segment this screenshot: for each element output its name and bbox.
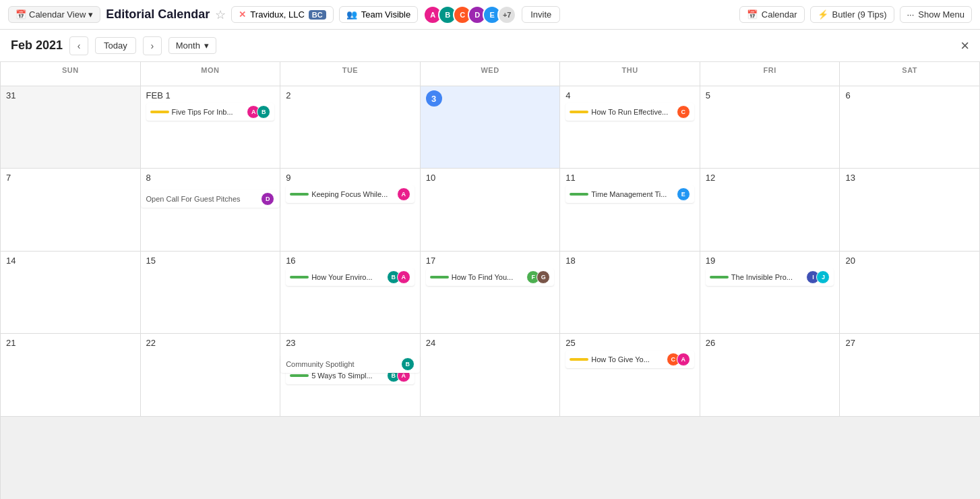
event-card[interactable]: Time Management Ti...E (565, 185, 694, 203)
day-header-fri: FRI (700, 62, 840, 86)
event-title: How To Find You... (452, 273, 524, 281)
day-number: 26 (706, 338, 834, 348)
prev-month-button[interactable]: ‹ (69, 36, 88, 55)
day-cell-22[interactable]: 22 (141, 334, 281, 416)
day-cell-20[interactable]: 20 (840, 252, 980, 334)
day-cell-8[interactable]: 8Open Call For Guest PitchesD (141, 169, 281, 251)
day-cell-14[interactable]: 14 (1, 252, 141, 334)
event-title: The Invisible Pro... (731, 273, 804, 281)
workspace-x-icon: ✕ (239, 9, 246, 20)
month-selector[interactable]: Month ▾ (169, 37, 216, 54)
favorite-button[interactable]: ☆ (215, 7, 226, 22)
workspace-name: Travidux, LLC (250, 9, 304, 20)
day-cell-7[interactable]: 7 (1, 169, 141, 251)
day-cell-31[interactable]: 31 (1, 86, 141, 169)
event-avatars: AB (247, 105, 270, 119)
span-event[interactable]: Open Call For Guest PitchesD (141, 190, 280, 208)
event-avatar: E (677, 187, 690, 201)
calendar-container: SUNMONTUEWEDTHUFRISAT31FEB 1Five Tips Fo… (0, 62, 980, 499)
dots-icon: ··· (907, 9, 915, 20)
cal-view-button[interactable]: 📅 Calendar View ▾ (8, 6, 100, 23)
day-number: 24 (426, 338, 555, 348)
event-card[interactable]: How To Run Effective...C (565, 103, 694, 121)
event-avatars: BA (387, 270, 410, 284)
chevron-down-icon: ▾ (88, 9, 93, 20)
event-card[interactable]: The Invisible Pro...IJ (706, 268, 834, 286)
day-cell-27[interactable]: 27 (840, 334, 980, 416)
event-card[interactable]: Five Tips For Inb...AB (146, 103, 275, 121)
day-cell-24[interactable]: 24 (421, 334, 561, 416)
workspace-badge[interactable]: ✕ Travidux, LLC BC (231, 6, 333, 23)
day-cell-18[interactable]: 18 (560, 252, 700, 334)
cal-view-label: Calendar View (29, 9, 86, 20)
day-cell-feb1[interactable]: FEB 1Five Tips For Inb...AB (141, 86, 281, 169)
invite-button[interactable]: Invite (522, 6, 560, 23)
topbar: 📅 Calendar View ▾ Editorial Calendar ☆ ✕… (0, 0, 980, 30)
day-header-wed: WED (421, 62, 561, 86)
next-month-button[interactable]: › (143, 36, 162, 55)
page-title: Editorial Calendar (106, 7, 210, 22)
day-header-sat: SAT (840, 62, 980, 86)
team-visible-button[interactable]: 👥 Team Visible (339, 6, 418, 23)
event-title: How To Run Effective... (591, 108, 674, 116)
event-card[interactable]: How To Find You...FG (426, 268, 555, 286)
day-cell-5[interactable]: 5 (700, 86, 840, 169)
calendar-button[interactable]: 📅 Calendar (739, 6, 805, 23)
day-cell-6[interactable]: 6 (840, 86, 980, 169)
day-number: 11 (565, 173, 694, 183)
day-number: 10 (426, 173, 555, 183)
day-cell-12[interactable]: 12 (700, 169, 840, 251)
month-year-label: Feb 2021 (11, 38, 63, 53)
day-number: 21 (6, 338, 135, 348)
day-cell-15[interactable]: 15 (141, 252, 281, 334)
calendar-small-icon: 📅 (16, 9, 26, 20)
today-button[interactable]: Today (95, 37, 136, 54)
day-number: 16 (286, 256, 415, 266)
day-cell-9[interactable]: 9Keeping Focus While...A (280, 169, 421, 251)
event-title: How Your Enviro... (311, 273, 384, 281)
day-cell-11[interactable]: 11Time Management Ti...E (560, 169, 700, 251)
span-event[interactable]: Community SpotlightB (280, 355, 420, 373)
event-card[interactable]: How To Give Yo...CA (565, 351, 694, 368)
event-card[interactable]: Keeping Focus While...A (286, 185, 415, 203)
event-bar (290, 193, 309, 196)
team-visible-label: Team Visible (361, 9, 410, 20)
day-number: 15 (146, 256, 275, 266)
calendar-header: Feb 2021 ‹ Today › Month ▾ × (0, 30, 980, 62)
show-menu-button[interactable]: ··· Show Menu (900, 6, 973, 23)
day-number: 18 (565, 256, 694, 266)
event-avatar: C (677, 105, 690, 119)
calendar-label: Calendar (762, 9, 797, 20)
day-cell-21[interactable]: 21 (1, 334, 141, 416)
day-cell-16[interactable]: 16How Your Enviro...BA (280, 252, 421, 334)
day-cell-17[interactable]: 17How To Find You...FG (421, 252, 561, 334)
day-cell-23[interactable]: 23Community SpotlightB5 Ways To Simpl...… (280, 334, 421, 416)
day-number: 8 (146, 173, 275, 183)
event-bar (150, 111, 169, 113)
event-title: Keeping Focus While... (311, 190, 394, 198)
day-cell-2[interactable]: 2 (280, 86, 421, 169)
day-cell-13[interactable]: 13 (840, 169, 980, 251)
event-title: How To Give Yo... (591, 355, 664, 363)
event-avatar: A (677, 353, 690, 366)
day-header-thu: THU (560, 62, 700, 86)
event-avatars: E (677, 187, 690, 201)
span-event-avatar: D (261, 192, 274, 206)
day-cell-3[interactable]: 3 (421, 86, 561, 169)
day-cell-4[interactable]: 4How To Run Effective...C (560, 86, 700, 169)
day-cell-25[interactable]: 25How To Give Yo...CA (560, 334, 700, 416)
day-number: 14 (6, 256, 135, 266)
event-card[interactable]: How Your Enviro...BA (286, 268, 415, 286)
event-avatar: B (257, 105, 270, 119)
avatar-count[interactable]: +7 (497, 5, 516, 24)
day-cell-19[interactable]: 19The Invisible Pro...IJ (700, 252, 840, 334)
month-label: Month (176, 40, 200, 51)
day-cell-26[interactable]: 26 (700, 334, 840, 416)
show-menu-label: Show Menu (918, 9, 964, 20)
close-button[interactable]: × (960, 37, 969, 55)
event-title: Time Management Ti... (591, 190, 674, 198)
day-cell-10[interactable]: 10 (421, 169, 561, 251)
event-bar (570, 111, 588, 113)
day-header-mon: MON (141, 62, 281, 86)
butler-button[interactable]: ⚡ Butler (9 Tips) (810, 6, 894, 23)
